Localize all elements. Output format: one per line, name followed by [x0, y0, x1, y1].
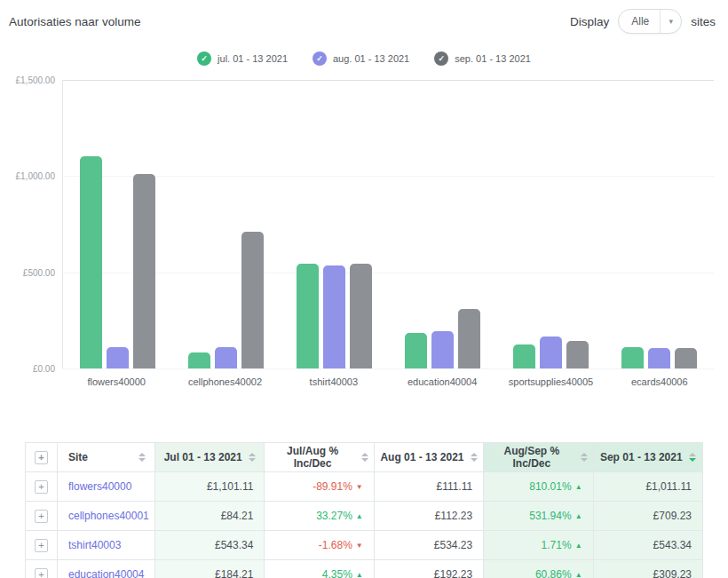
site-link[interactable]: cellphones40001: [68, 510, 149, 522]
column-header[interactable]: Jul/Aug % Inc/Dec: [265, 443, 374, 472]
legend-check-icon: ✓: [197, 51, 211, 66]
site-link[interactable]: tshirt40003: [68, 539, 121, 551]
bar-chart: £1,500.00£1,000.00£500.00£0.00 flowers40…: [7, 80, 714, 387]
y-tick-label: £0.00: [33, 364, 55, 374]
bar-group: [280, 80, 388, 368]
amount-value: £192.23: [434, 568, 472, 578]
bar: [241, 232, 264, 368]
legend-item[interactable]: ✓aug. 01 - 13 2021: [313, 51, 409, 66]
column-header[interactable]: Aug 01 - 13 2021: [374, 443, 483, 472]
select-value: Alle: [619, 15, 660, 28]
up-triangle-icon: ▲: [575, 483, 582, 491]
percent-value: 810.01%: [529, 480, 571, 493]
plot-wrap: flowers40000cellphones40002tshirt40003ed…: [62, 80, 714, 387]
bar: [540, 337, 562, 368]
sites-filter-select[interactable]: Alle ▾: [618, 9, 682, 34]
percent-value: -89.91%: [313, 480, 352, 493]
expand-icon[interactable]: +: [35, 451, 48, 464]
amount-value: £543.34: [215, 539, 253, 551]
x-axis-label: tshirt40003: [280, 376, 388, 387]
site-cell: tshirt40003: [58, 531, 155, 560]
bar: [80, 156, 102, 368]
column-header[interactable]: Jul 01 - 13 2021: [155, 443, 265, 472]
column-header-inner: Jul/Aug % Inc/Dec: [265, 445, 373, 470]
amount-cell: £112.23: [374, 502, 483, 531]
amount-cell: £1,101.11: [155, 472, 265, 502]
amount-cell: £1,011.11: [593, 472, 702, 502]
sort-icon: [581, 453, 588, 462]
table-body: +flowers40000£1,101.11-89.91%▼£111.11810…: [26, 472, 703, 578]
column-header[interactable]: Sep 01 - 13 2021: [593, 443, 702, 472]
display-label: Display: [570, 15, 609, 28]
up-triangle-icon: ▲: [356, 571, 363, 578]
bar: [297, 264, 319, 368]
data-table: +SiteJul 01 - 13 2021Jul/Aug % Inc/DecAu…: [25, 442, 703, 578]
legend-label: sep. 01 - 13 2021: [455, 53, 531, 64]
legend-label: aug. 01 - 13 2021: [333, 53, 409, 64]
bar: [675, 348, 697, 368]
percent-value: 1.71%: [542, 539, 572, 551]
amount-cell: £111.11: [374, 472, 483, 502]
expand-cell[interactable]: +: [26, 502, 58, 531]
chart-legend: ✓jul. 01 - 13 2021✓aug. 01 - 13 2021✓sep…: [0, 51, 728, 66]
expand-cell[interactable]: +: [26, 560, 58, 578]
chevron-down-icon[interactable]: ▾: [660, 10, 681, 33]
bar: [513, 344, 535, 368]
column-label: Aug/Sep % Inc/Dec: [489, 445, 574, 470]
column-header-inner: Site: [58, 451, 154, 463]
display-controls: Display Alle ▾ sites: [570, 9, 716, 34]
up-triangle-icon: ▲: [575, 571, 582, 578]
table-row: +cellphones40001£84.2133.27%▲£112.23531.…: [26, 502, 703, 531]
expand-icon[interactable]: +: [35, 539, 48, 552]
amount-value: £543.34: [653, 539, 692, 551]
expand-cell[interactable]: +: [26, 472, 58, 502]
x-axis-label: sportsupplies40005: [496, 376, 605, 387]
site-link[interactable]: flowers40000: [68, 480, 131, 493]
percent-value: 60.86%: [535, 568, 572, 578]
bar-group: [497, 80, 605, 368]
amount-cell: £84.21: [155, 502, 265, 531]
sort-icon: [471, 453, 478, 462]
amount-value: £1,101.11: [207, 480, 254, 493]
expand-cell[interactable]: +: [26, 531, 58, 560]
plot-area: [62, 80, 714, 368]
x-axis-label: ecards40006: [605, 376, 714, 387]
amount-cell: £709.23: [593, 502, 702, 531]
column-label: Jul 01 - 13 2021: [164, 451, 242, 463]
expand-icon[interactable]: +: [35, 510, 48, 523]
bar: [621, 347, 644, 368]
y-tick-label: £1,000.00: [16, 171, 56, 181]
site-cell: flowers40000: [58, 472, 155, 502]
bar: [107, 347, 129, 368]
bar: [350, 264, 372, 368]
bar: [405, 333, 427, 368]
amount-cell: £543.34: [593, 531, 702, 560]
expand-icon[interactable]: +: [35, 568, 48, 578]
bar-group: [605, 80, 714, 368]
legend-check-icon: ✓: [434, 51, 448, 66]
legend-item[interactable]: ✓jul. 01 - 13 2021: [197, 51, 288, 66]
bar: [458, 309, 480, 368]
amount-value: £534.23: [434, 539, 472, 551]
sort-icon: [138, 453, 146, 462]
percent-cell: 33.27%▲: [265, 502, 374, 531]
site-link[interactable]: education40004: [68, 568, 144, 578]
column-header-inner: Aug 01 - 13 2021: [375, 451, 483, 463]
column-header[interactable]: Site: [58, 443, 155, 472]
amount-cell: £534.23: [374, 531, 483, 560]
legend-item[interactable]: ✓sep. 01 - 13 2021: [434, 51, 531, 66]
bar: [133, 174, 155, 368]
expand-all-header[interactable]: +: [26, 443, 58, 472]
x-axis-label: cellphones40002: [170, 376, 279, 387]
column-header-inner: Aug/Sep % Inc/Dec: [484, 445, 592, 470]
y-tick-label: £1,500.00: [16, 75, 56, 85]
percent-cell: -1.68%▼: [265, 531, 374, 560]
expand-icon[interactable]: +: [35, 480, 48, 494]
gridline: [62, 368, 714, 369]
authorizations-volume-panel: Autorisaties naar volume Display Alle ▾ …: [0, 0, 728, 578]
amount-value: £309.23: [653, 568, 692, 578]
amount-value: £112.23: [435, 510, 473, 522]
column-header[interactable]: Aug/Sep % Inc/Dec: [484, 443, 593, 472]
amount-cell: £543.34: [155, 531, 265, 560]
percent-cell: 810.01%▲: [484, 472, 593, 502]
